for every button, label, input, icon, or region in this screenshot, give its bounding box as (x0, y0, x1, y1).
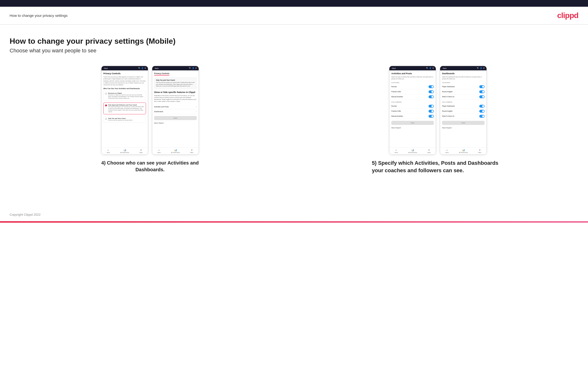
performance-label-3: My Performance (408, 152, 417, 153)
radio-label-everyone: Everyone on Clippd (108, 92, 144, 94)
toggle-player-dash-coaches: Player Dashboard (442, 84, 484, 89)
nav-menu-1[interactable]: ≡ Menu (139, 149, 143, 153)
drills-label-followers: Practice Drills (391, 110, 401, 112)
nav-performance-2[interactable]: 📊 My Performance (171, 149, 180, 153)
toggle-switch-drills-coaches[interactable] (429, 90, 434, 93)
nav-icons-2: 🔍 👤 ⚙ (189, 67, 197, 69)
menu-label-3: Menu (428, 152, 431, 153)
caption-5: 5) Specify which Activities, Posts and D… (372, 159, 504, 174)
toggle-switch-round-insights-coaches[interactable] (479, 90, 484, 93)
followers-label-3: FOLLOWERS (391, 101, 434, 103)
main-content: How to change your privacy settings (Mob… (0, 25, 588, 194)
drills-label-coaches: Practice Drills (391, 91, 401, 92)
search-icon-1[interactable]: 🔍 (138, 67, 140, 69)
nav-icons-3: 🔍 👤 ⚙ (426, 67, 434, 69)
menu-icon-4: ≡ (479, 149, 481, 151)
search-icon-2[interactable]: 🔍 (189, 67, 191, 69)
phone-screen-1: ‹ Back 🔍 👤 ⚙ Privacy Controls Control ho… (101, 66, 148, 155)
toggle-player-dash-followers: Player Dashboard (442, 104, 484, 109)
back-button-3[interactable]: ‹ Back (391, 67, 396, 69)
nav-home-2[interactable]: ⌂ Home (157, 149, 160, 153)
search-icon-4[interactable]: 🔍 (477, 67, 479, 69)
back-button-4[interactable]: ‹ Back (442, 67, 446, 69)
nav-home-3[interactable]: ⌂ Home (395, 149, 398, 153)
toggle-switch-manual-coaches[interactable] (429, 95, 434, 98)
toggle-switch-what-to-work-coaches[interactable] (479, 95, 484, 98)
toggle-drills-followers: Practice Drills (391, 109, 434, 114)
menu-label-1: Menu (139, 152, 143, 153)
home-label-4: Home (445, 152, 449, 153)
back-button-2[interactable]: ‹ Back (154, 67, 158, 69)
toggle-switch-drills-followers[interactable] (429, 110, 434, 113)
nav-home-4[interactable]: ⌂ Home (445, 149, 449, 153)
toggle-switch-rounds-followers[interactable] (429, 105, 434, 108)
save-button-3[interactable]: Save (391, 121, 434, 125)
toggle-manual-coaches: Manual Activities (391, 94, 434, 100)
home-label-2: Home (157, 152, 160, 153)
performance-label-2: My Performance (171, 152, 180, 153)
phone-nav-bar-4: ‹ Back 🔍 👤 ⚙ (440, 66, 486, 70)
coaches-label-3: COACHES (391, 82, 434, 83)
nav-menu-3[interactable]: ≡ Menu (428, 149, 431, 153)
round-insights-label-followers: Round Insights (442, 110, 452, 112)
dashboards-link[interactable]: Dashboards › (154, 109, 197, 114)
toggle-what-to-work-followers: What To Work On (442, 114, 484, 119)
dashboards-label: Dashboards (154, 111, 163, 112)
settings-icon-2[interactable]: ⚙ (195, 67, 197, 69)
nav-icons-4: 🔍 👤 ⚙ (477, 67, 484, 69)
phone-body-1: Privacy Controls Control how you and you… (102, 70, 148, 147)
toggle-switch-what-to-work-followers[interactable] (479, 115, 484, 118)
bottom-nav-4: ⌂ Home 📊 My Performance ≡ Menu (440, 147, 486, 154)
phone-body-2: Privacy Controls Only You and Your Coach… (152, 70, 199, 147)
search-icon-3[interactable]: 🔍 (426, 67, 428, 69)
page-title: How to change your privacy settings (Mob… (10, 37, 578, 46)
toggle-switch-round-insights-followers[interactable] (479, 110, 484, 113)
show-hide-title: Show or hide specific features in Clippd (154, 91, 197, 93)
nav-menu-4[interactable]: ≡ Menu (478, 149, 482, 153)
radio-only-you[interactable]: Only You and Your Coach Only you and the… (104, 116, 146, 123)
toggle-manual-followers: Manual Activities (391, 114, 434, 119)
logo: clippd (557, 11, 578, 20)
profile-icon-3[interactable]: 👤 (429, 67, 432, 69)
radio-everyone[interactable]: Everyone on Clippd Everyone on Clippd ca… (104, 91, 146, 101)
radio-label-approved: Only Approved Followers and Your Coach (108, 104, 144, 106)
toggle-switch-player-dash-followers[interactable] (479, 105, 484, 108)
toggle-rounds-followers: Rounds (391, 104, 434, 109)
activities-posts-link[interactable]: Activities and Posts › (154, 104, 197, 109)
toggle-switch-player-dash-coaches[interactable] (479, 85, 484, 88)
profile-icon-2[interactable]: 👤 (192, 67, 194, 69)
screenshot-pair-2: ‹ Back 🔍 👤 ⚙ Activities and Posts Select… (389, 66, 487, 155)
menu-icon-2: ≡ (191, 149, 193, 151)
nav-performance-1[interactable]: 📊 My Performance (120, 149, 129, 153)
what-to-work-label-followers: What To Work On (442, 115, 454, 117)
player-dash-label-coaches: Player Dashboard (442, 86, 455, 87)
save-button-4[interactable]: Save (442, 121, 484, 125)
profile-icon-1[interactable]: 👤 (141, 67, 144, 69)
bottom-nav-1: ⌂ Home 📊 My Performance ≡ Menu (102, 147, 148, 154)
menu-icon-1: ≡ (140, 149, 142, 151)
back-button-1[interactable]: ‹ Back (104, 67, 108, 69)
screenshot-group-2: ‹ Back 🔍 👤 ⚙ Activities and Posts Select… (298, 66, 579, 174)
dashboards-title: Dashboards (442, 72, 484, 75)
toggle-switch-manual-followers[interactable] (429, 115, 434, 118)
round-insights-label-coaches: Round Insights (442, 91, 452, 92)
nav-performance-4[interactable]: 📊 My Performance (459, 149, 468, 153)
nav-menu-2[interactable]: ≡ Menu (190, 149, 193, 153)
activities-posts-title: Activities and Posts (391, 72, 434, 75)
settings-icon-1[interactable]: ⚙ (145, 67, 146, 69)
screenshot-pair-1: ‹ Back 🔍 👤 ⚙ Privacy Controls Control ho… (101, 66, 199, 155)
toggle-switch-rounds-coaches[interactable] (429, 85, 434, 88)
save-button-2[interactable]: Save (154, 116, 197, 120)
nav-performance-3[interactable]: 📊 My Performance (408, 149, 417, 153)
radio-label-only-you: Only You and Your Coach (108, 118, 133, 119)
performance-label-4: My Performance (459, 152, 468, 153)
profile-icon-4[interactable]: 👤 (480, 67, 482, 69)
radio-approved[interactable]: Only Approved Followers and Your Coach O… (104, 103, 146, 114)
toggle-drills-coaches: Practice Drills (391, 89, 434, 94)
privacy-controls-title: Privacy Controls (104, 72, 146, 75)
settings-icon-4[interactable]: ⚙ (483, 67, 484, 69)
home-label-3: Home (395, 152, 398, 153)
settings-icon-3[interactable]: ⚙ (432, 67, 434, 69)
activities-posts-label: Activities and Posts (154, 106, 169, 108)
nav-home-1[interactable]: ⌂ Home (106, 149, 110, 153)
